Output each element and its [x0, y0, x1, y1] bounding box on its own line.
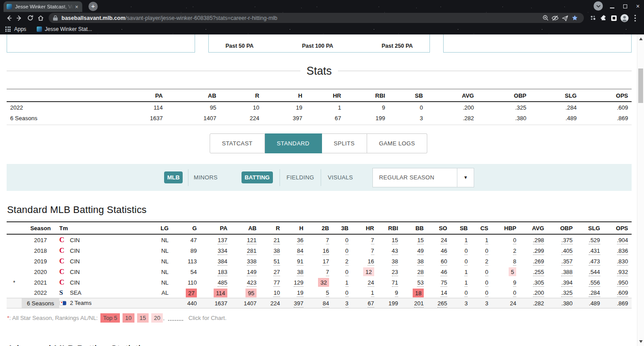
stat-cell[interactable]: 38 — [402, 256, 427, 266]
stat-cell[interactable]: 7 — [352, 245, 378, 256]
stat-cell[interactable]: .529 — [576, 234, 604, 245]
stat-cell[interactable]: .269 — [520, 256, 548, 266]
subnav-visuals[interactable]: VISUALS — [328, 174, 353, 181]
extension-pin-button[interactable] — [587, 13, 598, 23]
forward-button[interactable] — [14, 13, 25, 23]
stat-cell[interactable]: 8 — [492, 256, 520, 266]
stat-cell[interactable]: 149 — [231, 266, 260, 277]
address-bar[interactable]: baseballsavant.mlb.com/savant-player/jes… — [49, 13, 584, 23]
send-button[interactable] — [560, 14, 570, 23]
stat-cell[interactable]: 32 — [307, 277, 333, 288]
profile-button[interactable] — [619, 13, 630, 23]
dropdown-arrow-icon[interactable]: ▼ — [457, 168, 474, 187]
stat-cell[interactable]: 19 — [284, 288, 307, 298]
stat-cell[interactable]: 0 — [451, 245, 472, 256]
stat-cell[interactable]: 1 — [451, 266, 472, 277]
stat-cell[interactable]: 201 — [402, 298, 427, 308]
stat-cell[interactable]: 0 — [492, 234, 520, 245]
reload-button[interactable] — [25, 13, 35, 23]
stat-cell[interactable]: 27 — [260, 266, 284, 277]
stat-cell[interactable]: 75 — [427, 277, 451, 288]
stat-cell[interactable]: 16 — [352, 256, 378, 266]
stat-cell[interactable]: 71 — [378, 277, 402, 288]
stat-cell[interactable]: 21 — [260, 234, 284, 245]
stat-cell[interactable]: 129 — [284, 277, 307, 288]
stat-cell[interactable]: 91 — [284, 256, 307, 266]
stat-cell[interactable]: .388 — [548, 266, 576, 277]
back-button[interactable] — [4, 13, 14, 23]
stat-cell[interactable]: 397 — [284, 298, 307, 308]
stat-cell[interactable]: .950 — [604, 277, 632, 288]
stat-cell[interactable]: 28 — [402, 266, 427, 277]
stat-cell[interactable]: 7 — [307, 234, 333, 245]
stat-cell[interactable]: .405 — [548, 245, 576, 256]
stat-cell[interactable]: 0 — [471, 266, 492, 277]
stat-cell[interactable]: .305 — [520, 277, 548, 288]
tab-statcast[interactable]: STATCAST — [210, 133, 265, 153]
stat-cell[interactable]: 17 — [307, 256, 333, 266]
stat-cell[interactable]: 16 — [307, 245, 333, 256]
stat-cell[interactable]: 0 — [333, 266, 352, 277]
preview-hidden-button[interactable] — [550, 14, 560, 23]
stat-cell[interactable]: 84 — [284, 245, 307, 256]
stat-cell[interactable]: 49 — [402, 245, 427, 256]
home-button[interactable] — [35, 13, 46, 23]
stat-cell[interactable]: 38 — [284, 266, 307, 277]
stat-cell[interactable]: 0 — [471, 245, 492, 256]
scroll-up-arrow-icon[interactable] — [639, 38, 643, 40]
new-tab-button[interactable]: + — [88, 2, 98, 11]
stat-cell[interactable]: .473 — [576, 256, 604, 266]
stat-cell[interactable]: 46 — [427, 266, 451, 277]
stat-cell[interactable]: 338 — [231, 256, 260, 266]
stat-cell[interactable]: 265 — [427, 298, 451, 308]
stat-cell[interactable]: .299 — [520, 245, 548, 256]
stat-cell[interactable]: 5 — [307, 288, 333, 298]
stat-cell[interactable]: 38 — [260, 245, 284, 256]
subnav-batting[interactable]: BATTING — [242, 171, 273, 183]
subnav-minors[interactable]: MINORS — [194, 174, 218, 181]
stat-cell[interactable]: 1 — [333, 277, 352, 288]
stat-cell[interactable]: .830 — [604, 256, 632, 266]
stat-cell[interactable]: 2 — [471, 256, 492, 266]
apps-grid-icon[interactable] — [5, 27, 11, 32]
window-close-button[interactable]: × — [634, 3, 641, 10]
stat-cell[interactable]: 1 — [451, 277, 472, 288]
stat-cell[interactable]: 1 — [451, 234, 472, 245]
stat-cell[interactable]: 7 — [307, 266, 333, 277]
stat-cell[interactable]: 423 — [231, 277, 260, 288]
stat-cell[interactable]: .200 — [520, 288, 548, 298]
season-type-select[interactable]: REGULAR SEASON ▼ — [372, 168, 474, 187]
restore-button[interactable] — [621, 3, 629, 10]
stat-cell[interactable]: 0 — [471, 288, 492, 298]
stat-cell[interactable]: 38 — [378, 256, 402, 266]
stat-cell[interactable]: 281 — [231, 245, 260, 256]
stat-cell[interactable]: .609 — [604, 288, 632, 298]
stat-cell[interactable]: 24 — [427, 234, 451, 245]
stat-cell[interactable]: 12 — [352, 266, 378, 277]
tab-game-logs[interactable]: GAME LOGS — [367, 133, 428, 153]
stat-cell[interactable]: 485 — [200, 277, 231, 288]
stat-cell[interactable]: .556 — [576, 277, 604, 288]
stat-cell[interactable]: .325 — [548, 288, 576, 298]
stat-cell[interactable]: 0 — [471, 277, 492, 288]
stat-cell[interactable]: 2 — [492, 245, 520, 256]
stat-cell[interactable]: 36 — [284, 234, 307, 245]
stat-cell[interactable]: 384 — [200, 256, 231, 266]
stat-cell[interactable]: 3 — [333, 298, 352, 308]
stat-cell[interactable]: 60 — [427, 256, 451, 266]
scroll-down-arrow-icon[interactable] — [639, 340, 643, 343]
stat-cell[interactable]: 23 — [378, 266, 402, 277]
stat-cell[interactable]: .298 — [520, 234, 548, 245]
stat-cell[interactable]: 0 — [333, 234, 352, 245]
stat-cell[interactable]: 0 — [451, 256, 472, 266]
bookmark-jesse-winker[interactable]: Jesse Winker Stat... — [45, 26, 92, 32]
zoom-button[interactable] — [540, 14, 550, 23]
stat-cell[interactable]: .255 — [520, 266, 548, 277]
tab-close-icon[interactable]: × — [74, 4, 79, 10]
stat-cell[interactable]: 137 — [200, 234, 231, 245]
tab-search-button[interactable] — [594, 1, 603, 11]
stat-cell[interactable]: 46 — [427, 245, 451, 256]
stat-cell[interactable]: 15 — [378, 234, 402, 245]
stat-cell[interactable]: 67 — [352, 298, 378, 308]
stat-cell[interactable]: .836 — [604, 245, 632, 256]
